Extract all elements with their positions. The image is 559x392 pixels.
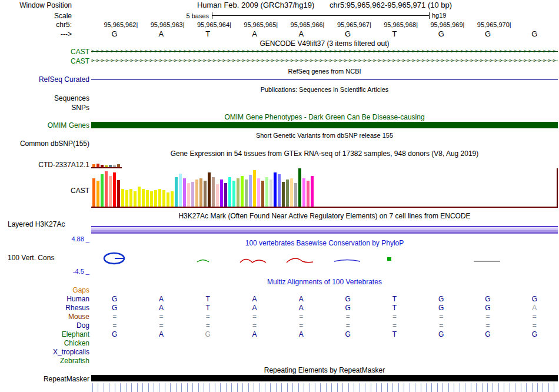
gtex-bar[interactable] xyxy=(125,190,128,207)
gtex-bar[interactable] xyxy=(101,174,104,207)
repeatmasker-label[interactable]: RepeatMasker xyxy=(44,375,89,383)
gtex-bar[interactable] xyxy=(138,187,141,207)
ctd-chart[interactable] xyxy=(92,162,121,167)
base-boundary-tick xyxy=(304,383,304,392)
species-label-chicken[interactable]: Chicken xyxy=(64,339,89,347)
gtex-bar[interactable] xyxy=(105,171,108,207)
omim-genes-label[interactable]: OMIM Genes xyxy=(48,121,89,129)
gene-label-cast-1[interactable]: CAST xyxy=(71,48,89,56)
gtex-bar[interactable] xyxy=(183,178,186,207)
sequences-label[interactable]: Sequences xyxy=(54,94,89,102)
species-label-rhesus[interactable]: Rhesus xyxy=(65,304,89,312)
snps-label[interactable]: SNPs xyxy=(71,104,89,112)
gtex-bar[interactable] xyxy=(294,183,297,207)
species-label-mouse[interactable]: Mouse xyxy=(68,313,89,321)
gtex-bar[interactable] xyxy=(216,184,219,207)
species-label-elephant[interactable]: Elephant xyxy=(62,330,89,338)
gtex-bar[interactable] xyxy=(241,176,244,207)
gtex-cast-label[interactable]: CAST xyxy=(71,187,89,195)
gtex-bar[interactable] xyxy=(265,177,268,207)
gtex-bar[interactable] xyxy=(245,180,248,207)
ruler-position[interactable]: 95,965,966| xyxy=(278,21,324,29)
gtex-bar[interactable] xyxy=(307,181,310,207)
refseq-track-line[interactable] xyxy=(91,79,558,80)
gtex-bar[interactable] xyxy=(146,190,149,207)
gaps-label[interactable]: Gaps xyxy=(72,286,89,294)
gtex-bar[interactable] xyxy=(282,182,285,207)
gtex-bar[interactable] xyxy=(171,191,174,207)
gtex-bar[interactable] xyxy=(134,191,137,207)
alignment-base: A xyxy=(511,304,558,312)
gtex-bar[interactable] xyxy=(167,192,169,207)
ruler-position[interactable]: 95,965,964| xyxy=(185,21,231,29)
gtex-bar[interactable] xyxy=(298,168,301,207)
refseq-curated-label[interactable]: RefSeq Curated xyxy=(39,75,89,84)
h3k27ac-label[interactable]: Layered H3K27Ac xyxy=(8,220,65,228)
gtex-bar[interactable] xyxy=(162,190,165,207)
gtex-bar[interactable] xyxy=(228,177,231,207)
ruler-position[interactable]: 95,965,967| xyxy=(325,21,371,29)
species-label-dog[interactable]: Dog xyxy=(76,321,89,330)
species-label-zebrafish[interactable]: Zebrafish xyxy=(60,357,89,365)
gtex-bar[interactable] xyxy=(175,177,178,207)
gtex-bar[interactable] xyxy=(150,191,153,207)
gtex-bar[interactable] xyxy=(220,180,223,207)
species-label-human[interactable]: Human xyxy=(66,295,89,303)
gtex-bar[interactable] xyxy=(237,178,239,207)
gene-label-cast-2[interactable]: CAST xyxy=(71,57,89,65)
cons-track-label[interactable]: 100 Vert. Cons xyxy=(8,254,54,262)
ruler-position[interactable]: 95,965,963| xyxy=(138,21,184,29)
gtex-bar[interactable] xyxy=(257,178,260,207)
gtex-bar[interactable] xyxy=(278,174,281,207)
ruler-position[interactable]: 95,965,965| xyxy=(231,21,278,29)
base-boundary-tick xyxy=(431,383,432,392)
gtex-bar[interactable] xyxy=(117,180,120,207)
omim-genes-bar[interactable] xyxy=(91,122,558,128)
gtex-bar[interactable] xyxy=(113,172,116,207)
gtex-bar[interactable] xyxy=(261,181,264,207)
gtex-bar[interactable] xyxy=(311,176,314,207)
phylop-graph[interactable] xyxy=(91,246,558,273)
repeatmasker-bar[interactable] xyxy=(91,375,558,381)
ruler-position[interactable]: 95,965,962| xyxy=(91,21,138,29)
gtex-bar[interactable] xyxy=(109,176,112,207)
gtex-bar[interactable] xyxy=(129,189,132,207)
gtex-bar[interactable] xyxy=(142,189,145,207)
gtex-bar[interactable] xyxy=(286,180,289,207)
gtex-bar[interactable] xyxy=(187,183,190,207)
h3k27ac-signal-bar[interactable] xyxy=(91,226,558,234)
base-boundary-tick xyxy=(465,383,465,392)
gtex-bar[interactable] xyxy=(302,178,305,207)
gtex-bar[interactable] xyxy=(208,172,211,207)
ruler-position[interactable]: 95,965,968| xyxy=(371,21,418,29)
gtex-bar[interactable] xyxy=(290,178,293,207)
gtex-bar[interactable] xyxy=(154,190,157,207)
gtex-bar[interactable] xyxy=(195,180,198,207)
gtex-bar[interactable] xyxy=(249,175,252,207)
gtex-bar[interactable] xyxy=(191,182,194,207)
ruler-row[interactable]: 95,965,962|95,965,963|95,965,964|95,965,… xyxy=(91,21,558,29)
gtex-bar[interactable] xyxy=(253,170,256,207)
ruler-position[interactable]: 95,965,970| xyxy=(464,21,511,29)
cast-gene-line-2[interactable]: >>>>>>>>>>>>>>>>>>>>>>>>>>>>>>>>>>>>>>>>… xyxy=(91,58,558,64)
gtex-bar[interactable] xyxy=(212,177,215,207)
cast-gene-line-1[interactable]: >>>>>>>>>>>>>>>>>>>>>>>>>>>>>>>>>>>>>>>>… xyxy=(91,48,558,55)
gtex-bar[interactable] xyxy=(121,189,124,207)
gtex-bar[interactable] xyxy=(224,183,227,207)
ruler-position[interactable]: 95,965,969| xyxy=(418,21,464,29)
gtex-bar[interactable] xyxy=(204,181,207,207)
gtex-bar[interactable] xyxy=(232,181,235,207)
species-label-x_tropicalis[interactable]: X_tropicalis xyxy=(53,348,89,356)
alignment-base: G xyxy=(464,295,511,303)
gtex-bar[interactable] xyxy=(92,178,95,207)
gtex-bar[interactable] xyxy=(158,189,161,207)
base-boundary-tick xyxy=(337,383,338,392)
gtex-bar[interactable] xyxy=(179,174,182,207)
cast-chart[interactable] xyxy=(92,168,315,207)
ctd-gene-label[interactable]: CTD-2337A12.1 xyxy=(38,161,89,169)
gtex-bar[interactable] xyxy=(199,178,202,207)
gtex-bar[interactable] xyxy=(274,172,277,207)
gtex-bar[interactable] xyxy=(269,180,272,207)
dbsnp-label[interactable]: Common dbSNP(155) xyxy=(20,139,89,148)
gtex-bar[interactable] xyxy=(97,181,99,207)
